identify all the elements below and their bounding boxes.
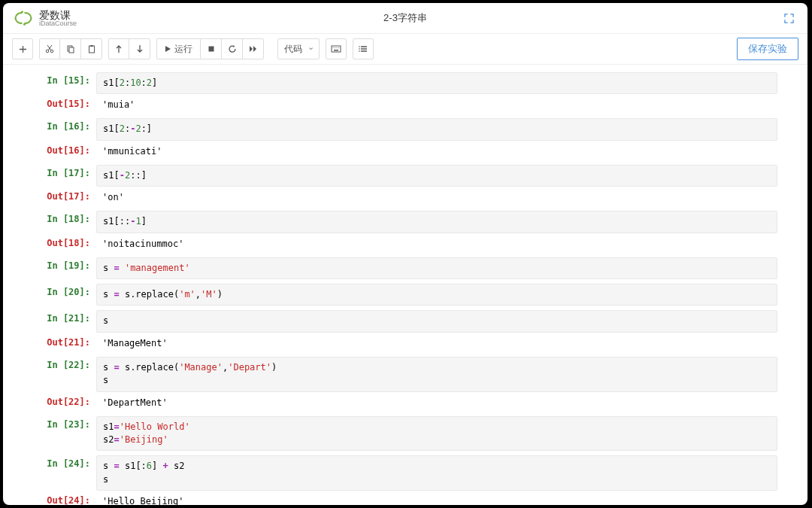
code-input[interactable]: s1='Hello World' s2='Beijing' xyxy=(96,416,777,452)
svg-rect-5 xyxy=(69,47,74,53)
cell-output: Out[15]:'muia' xyxy=(11,96,777,114)
code-input[interactable]: s = s.replace('Manage','Depart') s xyxy=(96,357,777,392)
svg-rect-9 xyxy=(332,46,341,52)
svg-point-0 xyxy=(21,11,23,13)
run-button[interactable]: 运行 xyxy=(156,38,201,59)
out-prompt: Out[22]: xyxy=(11,394,96,412)
output-text: 'DepartMent' xyxy=(96,394,777,412)
in-prompt: In [22]: xyxy=(11,357,96,392)
fast-forward-button[interactable] xyxy=(243,38,264,59)
svg-rect-10 xyxy=(334,50,338,51)
cell-output: Out[18]:'noitacinummoc' xyxy=(11,235,777,253)
app-window: 爱数课 iDataCourse 2-3字符串 运行 代码 xyxy=(3,3,807,505)
cell-input[interactable]: In [24]:s = s1[:6] + s2 s xyxy=(11,455,777,491)
svg-point-17 xyxy=(359,50,360,52)
toolbar: 运行 代码 保存实验 xyxy=(3,33,807,65)
out-prompt: Out[15]: xyxy=(11,96,96,114)
cell-output: Out[17]:'on' xyxy=(11,188,777,206)
stop-button[interactable] xyxy=(201,38,222,59)
svg-point-12 xyxy=(335,47,335,48)
keyboard-button[interactable] xyxy=(326,38,347,59)
celltype-select-wrap[interactable]: 代码 xyxy=(277,38,320,59)
run-label: 运行 xyxy=(174,43,192,56)
code-input[interactable]: s = s.replace('m','M') xyxy=(96,284,777,306)
svg-rect-7 xyxy=(90,45,92,47)
logo-icon xyxy=(12,9,35,27)
code-input[interactable]: s = 'management' xyxy=(96,257,777,279)
out-prompt: Out[17]: xyxy=(11,188,96,206)
logo-main-text: 爱数课 xyxy=(39,10,77,20)
notebook-area[interactable]: In [15]:s1[2:10:2]Out[15]:'muia'In [16]:… xyxy=(3,65,807,505)
cell-output: Out[21]:'ManageMent' xyxy=(11,334,777,352)
svg-point-11 xyxy=(332,47,333,48)
code-input[interactable]: s1[2:10:2] xyxy=(96,72,777,94)
cell-input[interactable]: In [20]:s = s.replace('m','M') xyxy=(11,284,777,306)
out-prompt: Out[18]: xyxy=(11,235,96,253)
add-cell-button[interactable] xyxy=(12,38,33,59)
svg-point-13 xyxy=(336,47,337,48)
cell-input[interactable]: In [15]:s1[2:10:2] xyxy=(11,72,777,94)
code-input[interactable]: s = s1[:6] + s2 s xyxy=(96,455,777,491)
in-prompt: In [20]: xyxy=(11,284,96,306)
page-title: 2-3字符串 xyxy=(383,11,427,25)
in-prompt: In [16]: xyxy=(11,118,96,140)
output-text: 'Hello Beijing' xyxy=(96,492,777,505)
code-input[interactable]: s xyxy=(96,310,777,332)
header: 爱数课 iDataCourse 2-3字符串 xyxy=(3,3,807,33)
cell-input[interactable]: In [19]:s = 'management' xyxy=(11,257,777,279)
in-prompt: In [15]: xyxy=(11,72,96,94)
output-text: 'on' xyxy=(96,188,777,206)
cell-input[interactable]: In [16]:s1[2:-2:] xyxy=(11,118,777,140)
out-prompt: Out[21]: xyxy=(11,334,96,352)
svg-rect-6 xyxy=(89,46,94,53)
svg-rect-8 xyxy=(208,47,214,52)
svg-point-1 xyxy=(23,23,26,26)
in-prompt: In [23]: xyxy=(11,416,96,452)
cell-output: Out[22]:'DepartMent' xyxy=(11,394,777,412)
in-prompt: In [21]: xyxy=(11,310,96,332)
cell-input[interactable]: In [22]:s = s.replace('Manage','Depart')… xyxy=(11,357,777,392)
output-text: 'noitacinummoc' xyxy=(96,235,777,253)
cell-output: Out[16]:'mmunicati' xyxy=(11,142,777,160)
svg-point-15 xyxy=(359,46,360,47)
in-prompt: In [24]: xyxy=(11,455,96,491)
save-experiment-button[interactable]: 保存实验 xyxy=(737,38,798,60)
list-button[interactable] xyxy=(353,38,374,59)
celltype-select[interactable]: 代码 xyxy=(277,38,320,59)
svg-point-16 xyxy=(359,48,360,50)
out-prompt: Out[24]: xyxy=(11,492,96,505)
cut-button[interactable] xyxy=(39,38,60,59)
cell-output: Out[24]:'Hello Beijing' xyxy=(11,492,777,505)
restart-button[interactable] xyxy=(222,38,243,59)
cell-input[interactable]: In [23]:s1='Hello World' s2='Beijing' xyxy=(11,416,777,452)
move-down-button[interactable] xyxy=(129,38,150,59)
logo: 爱数课 iDataCourse xyxy=(12,9,77,27)
in-prompt: In [17]: xyxy=(11,165,96,187)
move-up-button[interactable] xyxy=(108,38,129,59)
code-input[interactable]: s1[2:-2:] xyxy=(96,118,777,140)
output-text: 'muia' xyxy=(96,96,777,114)
expand-icon[interactable] xyxy=(784,14,794,23)
code-input[interactable]: s1[-2::] xyxy=(96,165,777,187)
svg-point-14 xyxy=(338,47,339,48)
in-prompt: In [18]: xyxy=(11,211,96,233)
paste-button[interactable] xyxy=(81,38,102,59)
output-text: 'mmunicati' xyxy=(96,142,777,160)
cell-input[interactable]: In [17]:s1[-2::] xyxy=(11,165,777,187)
out-prompt: Out[16]: xyxy=(11,142,96,160)
copy-button[interactable] xyxy=(60,38,81,59)
code-input[interactable]: s1[::-1] xyxy=(96,211,777,233)
output-text: 'ManageMent' xyxy=(96,334,777,352)
logo-sub-text: iDataCourse xyxy=(39,20,77,27)
in-prompt: In [19]: xyxy=(11,257,96,279)
cell-input[interactable]: In [21]:s xyxy=(11,310,777,332)
cell-input[interactable]: In [18]:s1[::-1] xyxy=(11,211,777,233)
